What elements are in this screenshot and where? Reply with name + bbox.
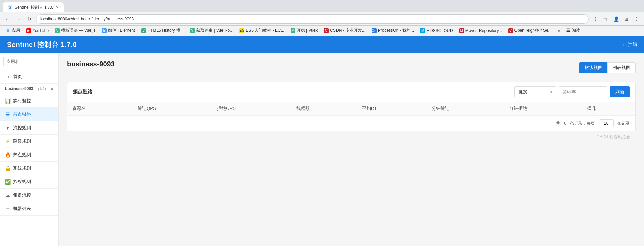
bookmark-openfeign[interactable]: C OpenFeign整合Se... xyxy=(505,27,555,35)
vuejs-icon: V xyxy=(55,28,60,33)
app-instance-chevron: ∨ xyxy=(50,86,54,91)
history-icon: V xyxy=(141,28,146,33)
bookmarks-more[interactable]: » xyxy=(555,27,563,34)
sidebar-hotspot-label: 热点规则 xyxy=(13,152,31,158)
bookmark-apps[interactable]: ⊞ 应用 xyxy=(3,27,23,35)
bookmark-vuex[interactable]: V 开始 | Vuex xyxy=(288,27,321,35)
share-icon[interactable]: ⇧ xyxy=(591,15,600,23)
bookmark-youtube-label: YouTube xyxy=(32,28,49,33)
bookmark-es6-label: ES6 入门教程 - EC... xyxy=(246,28,284,34)
app-header: Sentinel 控制台 1.7.0 ↩ 注销 xyxy=(0,36,644,53)
cluster-flow-icon: ☁ xyxy=(5,192,10,198)
sidebar-item-degrade[interactable]: ⚡ 降级规则 xyxy=(0,135,58,148)
realtime-monitor-icon: 📊 xyxy=(5,98,10,104)
address-bar[interactable]: localhost:8080/#/dashboard/identity/busi… xyxy=(36,14,589,24)
sidebar-identity-label: 簇点链路 xyxy=(13,111,31,117)
refresh-button[interactable]: 刷新 xyxy=(610,86,630,97)
bookmark-es6[interactable]: ES ES6 入门教程 - EC... xyxy=(237,27,287,35)
list-view-button[interactable]: 列表视图 xyxy=(607,62,636,73)
table-head: 资源名 通过QPS 拒绝QPS 线程数 平均RT 分钟通过 分钟拒绝 操作 xyxy=(67,102,635,115)
bookmark-processon-label: ProcessOn - 我的... xyxy=(378,28,414,34)
address-text: localhost:8080/#/dashboard/identity/busi… xyxy=(40,17,134,21)
youtube-icon: ▶ xyxy=(26,28,31,33)
keyword-search-input[interactable] xyxy=(559,86,607,97)
extensions-icon[interactable]: ⊞ xyxy=(622,15,631,23)
tree-view-button[interactable]: 树状视图 xyxy=(579,62,607,73)
bookmark-star-icon[interactable]: ☆ xyxy=(601,15,610,23)
footer-total-count: 0 xyxy=(564,121,566,126)
sidebar-system-label: 系统规则 xyxy=(13,165,31,171)
sidebar-item-flow[interactable]: ▼ 流控规则 xyxy=(0,121,58,135)
col-min-block: 分钟拒绝 xyxy=(504,102,583,115)
tab-favicon: S xyxy=(8,5,12,10)
reload-button[interactable]: ↻ xyxy=(25,15,34,23)
app-name-search-input[interactable] xyxy=(3,57,59,66)
cluster-link-panel: 簇点链路 机器 全部 刷新 xyxy=(67,82,636,131)
col-block-qps: 拒绝QPS xyxy=(212,102,292,115)
bookmark-element-label: 组件 | Element xyxy=(108,28,135,34)
authority-rule-icon: ✅ xyxy=(5,179,10,184)
sidebar-realtime-label: 实时监控 xyxy=(13,98,31,104)
col-pass-qps: 通过QPS xyxy=(133,102,212,115)
profile-icon[interactable]: 👤 xyxy=(612,15,621,23)
menu-icon[interactable]: ⋮ xyxy=(632,15,641,23)
sidebar-home-label: 首页 xyxy=(13,74,22,80)
bookmark-reading-list[interactable]: ☰ 阅读 xyxy=(564,27,583,35)
apps-icon: ⊞ xyxy=(6,28,10,33)
panel-title: 簇点链路 xyxy=(73,89,92,95)
bookmark-youtube[interactable]: ▶ YouTube xyxy=(23,27,51,34)
sidebar-item-machine[interactable]: ☰ 机器列表 xyxy=(0,202,58,216)
element-icon: E xyxy=(102,28,107,33)
table-footer: 共 0 条记录，每页 条记录 xyxy=(67,115,635,131)
tab-close-btn[interactable]: ✕ xyxy=(56,5,59,10)
processon-icon: On xyxy=(372,28,377,33)
bookmark-vuerouter[interactable]: V 获取路由 | Vue Ro... xyxy=(187,27,236,35)
browser-tabs-bar: S Sentinel 控制台 1.7.0 ✕ xyxy=(0,0,644,12)
cluster-link-icon: ☰ xyxy=(5,112,10,117)
footer-page-suffix: 条记录 xyxy=(617,121,630,126)
bookmark-vuex-label: 开始 | Vuex xyxy=(297,28,318,34)
sidebar-machine-label: 机器列表 xyxy=(13,206,31,212)
footer-total-unit: 条记录，每页 xyxy=(570,121,595,126)
panel-controls: 机器 全部 刷新 xyxy=(514,86,630,97)
app-title: Sentinel 控制台 1.7.0 xyxy=(7,40,77,49)
flow-rule-icon: ▼ xyxy=(5,125,10,131)
degrade-rule-icon: ⚡ xyxy=(5,139,10,144)
app-instance-item[interactable]: business-9093 (1/1) ∨ xyxy=(0,84,58,94)
bookmark-maven[interactable]: M Maven Repository... xyxy=(456,27,505,34)
sidebar-item-realtime[interactable]: 📊 实时监控 xyxy=(0,94,58,108)
bookmark-mdss[interactable]: M MDSSCLOUD xyxy=(417,27,456,34)
watermark-text: CSDN @春风觉爱 xyxy=(596,134,630,139)
active-tab[interactable]: S Sentinel 控制台 1.7.0 ✕ xyxy=(3,2,64,12)
sidebar-item-authority[interactable]: ✅ 授权规则 xyxy=(0,175,58,189)
watermark: CSDN @春风觉爱 xyxy=(67,131,636,143)
bookmark-vuejs[interactable]: V 模板语法 — Vue.js xyxy=(52,27,98,35)
bookmark-element[interactable]: E 组件 | Element xyxy=(99,27,138,35)
forward-button[interactable]: → xyxy=(14,15,23,23)
bookmark-csdn[interactable]: C CSDN - 专业开发... xyxy=(321,27,368,35)
bookmark-processon[interactable]: On ProcessOn - 我的... xyxy=(369,27,417,35)
back-button[interactable]: ← xyxy=(3,15,12,23)
vuex-icon: V xyxy=(291,28,295,33)
csdn-icon: C xyxy=(324,28,329,33)
vuerouter-icon: V xyxy=(190,28,195,33)
tab-title: Sentinel 控制台 1.7.0 xyxy=(15,4,54,10)
app-container: Sentinel 控制台 1.7.0 ↩ 注销 搜索 ○ 首页 business… xyxy=(0,36,644,246)
app-instance-name: business-9093 xyxy=(5,86,34,91)
sidebar-item-system[interactable]: 🔒 系统规则 xyxy=(0,162,58,175)
sidebar-item-hotspot[interactable]: 🔥 热点规则 xyxy=(0,148,58,162)
mdss-icon: M xyxy=(420,28,425,33)
bookmark-mdss-label: MDSSCLOUD xyxy=(426,28,453,33)
system-rule-icon: 🔒 xyxy=(5,165,10,171)
logout-button[interactable]: ↩ 注销 xyxy=(623,41,637,48)
sidebar-item-identity[interactable]: ☰ 簇点链路 xyxy=(0,108,58,121)
sidebar-item-home[interactable]: ○ 首页 xyxy=(0,70,58,84)
bookmark-history-label: HTML5 History 模... xyxy=(148,28,184,34)
toolbar-icons: ⇧ ☆ 👤 ⊞ ⋮ xyxy=(591,15,641,23)
machine-select[interactable]: 机器 全部 xyxy=(514,86,556,97)
openfeign-icon: C xyxy=(508,28,513,33)
panel-header: 簇点链路 机器 全部 刷新 xyxy=(67,82,635,102)
sidebar-item-cluster-flow[interactable]: ☁ 集群流控 xyxy=(0,189,58,202)
bookmark-history[interactable]: V HTML5 History 模... xyxy=(139,27,187,35)
page-size-input[interactable] xyxy=(599,119,614,127)
